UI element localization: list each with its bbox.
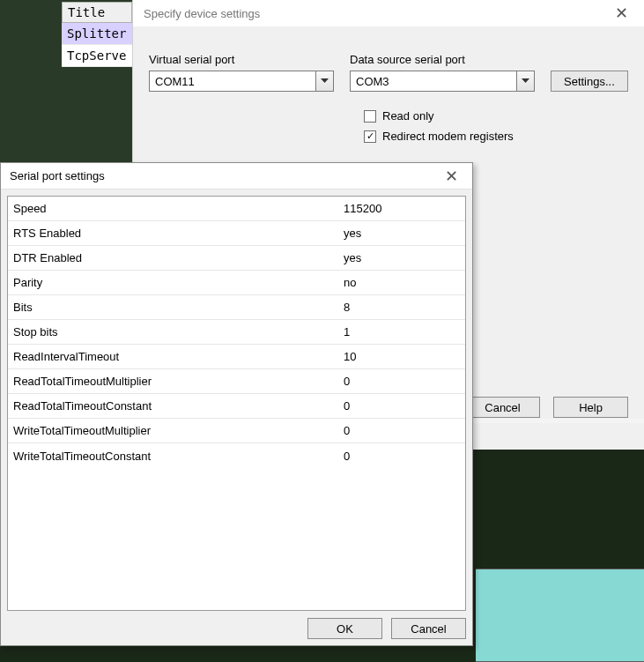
prop-key: WriteTotalTimeoutConstant <box>8 450 338 463</box>
settings-button[interactable]: Settings... <box>551 71 628 92</box>
virtual-port-value: COM11 <box>150 75 315 88</box>
prop-key: DTR Enabled <box>8 251 338 264</box>
data-source-value: COM3 <box>351 75 516 88</box>
prop-val: yes <box>338 251 465 264</box>
list-item[interactable]: Splitter <box>62 23 132 45</box>
ok-button[interactable]: OK <box>307 618 382 639</box>
read-only-checkbox[interactable] <box>364 110 376 123</box>
prop-key: WriteTotalTimeoutMultiplier <box>8 424 338 437</box>
serial-port-settings-dialog: Serial port settings ✕ Speed115200 RTS E… <box>0 162 473 646</box>
close-icon[interactable]: ✕ <box>440 165 463 188</box>
table-row[interactable]: WriteTotalTimeoutConstant0 <box>8 443 465 468</box>
redirect-checkbox[interactable]: ✓ <box>364 130 376 143</box>
virtual-port-label: Virtual serial port <box>149 53 334 66</box>
table-row[interactable]: Bits8 <box>8 295 465 320</box>
table-row[interactable]: RTS Enabledyes <box>8 221 465 246</box>
dialog-titlebar: Serial port settings ✕ <box>1 163 472 190</box>
read-only-label: Read only <box>382 109 434 123</box>
chevron-down-icon[interactable] <box>315 71 333 91</box>
prop-val: 0 <box>338 424 465 437</box>
title-list: Title Splitter TcpServe <box>62 2 132 67</box>
help-button[interactable]: Help <box>553 397 628 418</box>
prop-val: 0 <box>338 450 465 463</box>
property-table: Speed115200 RTS Enabledyes DTR Enabledye… <box>7 196 466 611</box>
title-header: Title <box>62 2 132 23</box>
prop-val: no <box>338 276 465 289</box>
prop-key: Stop bits <box>8 325 338 338</box>
list-item[interactable]: TcpServe <box>62 45 132 67</box>
cancel-button[interactable]: Cancel <box>391 618 466 639</box>
table-row[interactable]: WriteTotalTimeoutMultiplier0 <box>8 419 465 443</box>
virtual-port-select[interactable]: COM11 <box>149 71 334 92</box>
data-source-label: Data source serial port <box>350 53 535 66</box>
table-row[interactable]: ReadIntervalTimeout10 <box>8 345 465 369</box>
table-row[interactable]: Stop bits1 <box>8 320 465 345</box>
prop-key: ReadTotalTimeoutMultiplier <box>8 375 338 388</box>
prop-key: Bits <box>8 301 338 314</box>
prop-key: ReadIntervalTimeout <box>8 350 338 363</box>
prop-key: ReadTotalTimeoutConstant <box>8 399 338 413</box>
redirect-label: Redirect modem registers <box>382 130 514 143</box>
data-source-select[interactable]: COM3 <box>350 71 535 92</box>
table-row[interactable]: Parityno <box>8 271 465 295</box>
prop-val: 0 <box>338 399 465 413</box>
dialog-title: Serial port settings <box>10 169 105 182</box>
prop-key: Parity <box>8 276 338 289</box>
titlebar: Specify device settings ✕ <box>133 0 644 26</box>
prop-val: 8 <box>338 301 465 314</box>
window-title: Specify device settings <box>144 7 260 20</box>
prop-val: yes <box>338 227 465 240</box>
table-row[interactable]: Speed115200 <box>8 197 465 221</box>
close-icon[interactable]: ✕ <box>610 2 633 25</box>
prop-key: RTS Enabled <box>8 227 338 240</box>
prop-val: 1 <box>338 325 465 338</box>
prop-key: Speed <box>8 202 338 215</box>
table-row[interactable]: DTR Enabledyes <box>8 246 465 271</box>
chevron-down-icon[interactable] <box>516 71 534 91</box>
prop-val: 10 <box>338 350 465 363</box>
prop-val: 115200 <box>338 202 465 215</box>
cancel-button[interactable]: Cancel <box>465 397 540 418</box>
table-row[interactable]: ReadTotalTimeoutConstant0 <box>8 394 465 419</box>
prop-val: 0 <box>338 375 465 388</box>
table-row[interactable]: ReadTotalTimeoutMultiplier0 <box>8 369 465 394</box>
background-panel <box>476 569 644 662</box>
